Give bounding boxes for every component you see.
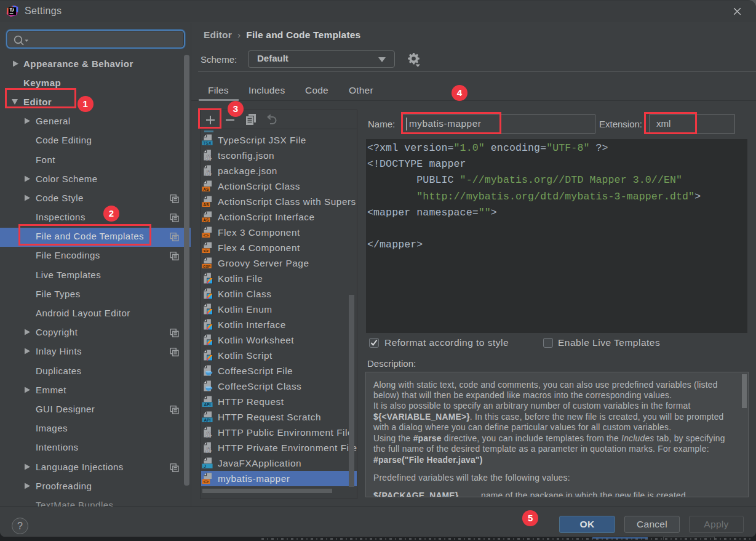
svg-text:{}: {} xyxy=(205,168,212,175)
svg-text:AS: AS xyxy=(203,202,209,206)
svg-text:TSX: TSX xyxy=(203,140,212,145)
svg-text:AS: AS xyxy=(203,217,209,222)
svg-text:{}: {} xyxy=(205,430,212,437)
svg-text:{}: {} xyxy=(205,445,212,452)
svg-text:API: API xyxy=(204,402,210,406)
svg-text:API: API xyxy=(204,417,210,422)
svg-text:J: J xyxy=(204,463,206,468)
svg-text:AS: AS xyxy=(203,186,209,191)
svg-text:GSP: GSP xyxy=(203,264,210,268)
svg-text:{}: {} xyxy=(205,153,212,160)
svg-text:<>: <> xyxy=(204,248,209,253)
svg-text:<>: <> xyxy=(204,479,209,484)
svg-text:<>: <> xyxy=(204,233,209,238)
